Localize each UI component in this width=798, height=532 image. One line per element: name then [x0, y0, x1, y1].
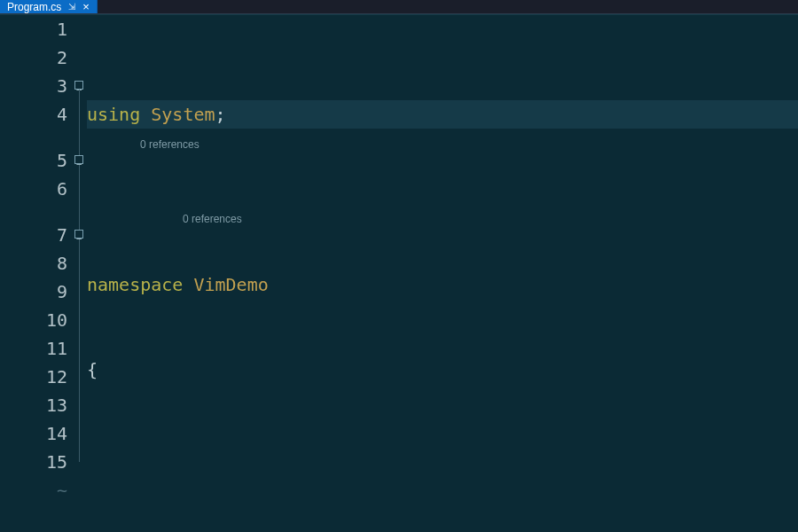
codelens-class[interactable]: 0 references: [140, 130, 200, 159]
fold-toggle-icon[interactable]: [74, 81, 83, 90]
code-line: {: [87, 356, 798, 384]
tab-label: Program.cs: [7, 1, 61, 13]
tab-program-cs[interactable]: Program.cs ⇲ ×: [0, 0, 98, 13]
code-line: namespace VimDemo: [87, 270, 798, 299]
code-line: using System;: [87, 100, 798, 129]
code-area[interactable]: using System; namespace VimDemo { 0 refe…: [87, 15, 798, 532]
close-icon[interactable]: ×: [82, 0, 90, 13]
codelens-method[interactable]: 0 references: [183, 205, 242, 233]
line-number-gutter: 1 2 3 4 5 6 7 8 9 10 11 12 13 14 15 ~: [0, 15, 74, 532]
pin-icon[interactable]: ⇲: [68, 2, 75, 12]
editor[interactable]: 1 2 3 4 5 6 7 8 9 10 11 12 13 14 15 ~ us…: [0, 14, 798, 532]
tab-bar: Program.cs ⇲ ×: [0, 0, 798, 14]
fold-toggle-icon[interactable]: [74, 155, 83, 164]
fold-toggle-icon[interactable]: [74, 230, 83, 239]
fold-column: [74, 15, 87, 532]
